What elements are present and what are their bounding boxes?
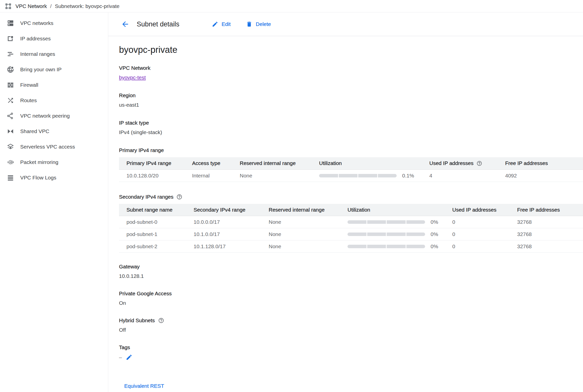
sidebar-item-label: Shared VPC — [20, 128, 49, 134]
field-vpc-network: VPC Network byovpc-test — [119, 65, 583, 80]
cell-access-type: Internal — [192, 170, 240, 182]
sidebar-item-packet-mirroring[interactable]: Packet mirroring — [0, 154, 108, 170]
utilization-bar — [348, 245, 425, 248]
sidebar-item-vpc-networks[interactable]: VPC networks — [0, 16, 108, 31]
serverless-vpc-access-icon — [7, 143, 14, 150]
equivalent-rest-button[interactable]: Equivalent REST — [124, 383, 164, 389]
table-row: pod-subnet-0 10.0.0.0/17 None 0% 0 32768 — [119, 216, 583, 228]
sidebar-item-firewall[interactable]: Firewall — [0, 77, 108, 93]
breadcrumb-app[interactable]: VPC Network — [16, 3, 47, 9]
cell-free-ip: 32768 — [517, 228, 583, 240]
sidebar-item-internal-ranges[interactable]: Internal ranges — [0, 46, 108, 62]
field-hybrid-subnets: Hybrid Subnets Off — [119, 318, 583, 333]
help-icon[interactable] — [158, 318, 164, 324]
shared-vpc-icon — [7, 128, 14, 135]
field-label: IP stack type — [119, 120, 583, 126]
field-value: Off — [119, 327, 583, 333]
col-reserved-range: Reserved internal range — [269, 204, 348, 216]
tags-empty-value: – — [119, 354, 122, 360]
vpc-network-link[interactable]: byovpc-test — [119, 74, 146, 80]
vpc-network-logo-icon — [5, 2, 12, 10]
primary-range-table: Primary IPv4 range Access type Reserved … — [119, 157, 583, 182]
subnet-name-title: byovpc-private — [119, 44, 583, 55]
edit-button[interactable]: Edit — [212, 21, 230, 28]
sidebar-item-shared-vpc[interactable]: Shared VPC — [0, 124, 108, 139]
utilization-percent: 0% — [431, 219, 438, 225]
col-subnet-range-name: Subnet range name — [119, 204, 194, 216]
cell-range-name: pod-subnet-2 — [119, 240, 194, 253]
cell-used-ip: 0 — [452, 216, 517, 228]
edit-tags-pencil-icon[interactable] — [126, 354, 132, 360]
cell-utilization: 0% — [348, 228, 452, 240]
sidebar-item-bring-your-own-ip[interactable]: Bring your own IP — [0, 62, 108, 77]
cell-range-name: pod-subnet-1 — [119, 228, 194, 240]
col-utilization: Utilization — [348, 204, 452, 216]
routes-icon — [7, 97, 14, 104]
page-header: Subnet details Edit Delete — [108, 12, 583, 36]
field-label: Hybrid Subnets — [119, 318, 155, 324]
arrow-back-icon — [121, 20, 129, 28]
cell-free-ip: 4092 — [505, 170, 583, 182]
vpc-flow-logs-icon — [7, 174, 14, 182]
col-used-ip: Used IP addresses — [452, 204, 517, 216]
field-region: Region us-east1 — [119, 92, 583, 108]
utilization-percent: 0% — [431, 231, 438, 237]
field-tags: Tags – — [119, 344, 583, 360]
help-icon[interactable] — [176, 194, 182, 200]
sidebar-item-vpc-network-peering[interactable]: VPC network peering — [0, 108, 108, 124]
trash-icon — [246, 21, 252, 28]
table-row: pod-subnet-1 10.1.0.0/17 None 0% 0 32768 — [119, 228, 583, 240]
sidebar-item-label: Serverless VPC access — [20, 144, 75, 150]
col-used-ip-label: Used IP addresses — [429, 160, 473, 166]
breadcrumb: VPC Network / Subnetwork: byovpc-private — [0, 0, 583, 12]
secondary-ranges-title-label: Secondary IPv4 ranges — [119, 194, 173, 200]
field-label: VPC Network — [119, 65, 583, 71]
bring-your-own-ip-icon — [7, 66, 14, 73]
field-value: On — [119, 300, 583, 306]
cell-reserved-range: None — [269, 240, 348, 253]
col-free-ip: Free IP addresses — [505, 157, 583, 170]
packet-mirroring-icon — [7, 158, 14, 166]
utilization-percent: 0.1% — [402, 173, 414, 179]
sidebar-item-serverless-vpc-access[interactable]: Serverless VPC access — [0, 139, 108, 154]
cell-secondary-range: 10.1.0.0/17 — [194, 228, 269, 240]
utilization-bar — [319, 174, 397, 178]
table-row: pod-subnet-2 10.1.128.0/17 None 0% 0 327… — [119, 240, 583, 253]
field-label: Tags — [119, 344, 583, 350]
cell-range-name: pod-subnet-0 — [119, 216, 194, 228]
utilization-percent: 0% — [431, 244, 438, 250]
sidebar-item-ip-addresses[interactable]: IP addresses — [0, 31, 108, 46]
sidebar-item-vpc-flow-logs[interactable]: VPC Flow Logs — [0, 170, 108, 186]
sidebar-item-label: Internal ranges — [20, 51, 55, 57]
cell-free-ip: 32768 — [517, 216, 583, 228]
sidebar-item-label: Firewall — [20, 82, 38, 88]
col-reserved-range: Reserved internal range — [240, 157, 319, 170]
field-label-row: Hybrid Subnets — [119, 318, 583, 324]
cell-used-ip: 4 — [429, 170, 505, 182]
breadcrumb-page: Subnetwork: byovpc-private — [55, 3, 120, 9]
help-icon[interactable] — [476, 160, 482, 166]
back-button[interactable] — [120, 19, 130, 29]
breadcrumb-separator: / — [50, 3, 52, 9]
col-secondary-range: Secondary IPv4 range — [194, 204, 269, 216]
cell-secondary-range: 10.1.128.0/17 — [194, 240, 269, 253]
edit-button-label: Edit — [221, 21, 230, 27]
cell-utilization: 0% — [348, 240, 452, 253]
table-header-row: Primary IPv4 range Access type Reserved … — [119, 157, 583, 170]
sidebar-item-routes[interactable]: Routes — [0, 93, 108, 108]
sidebar-item-label: Routes — [20, 98, 37, 104]
sidebar-item-label: VPC Flow Logs — [20, 175, 56, 181]
field-label: Private Google Access — [119, 290, 583, 296]
sidebar: VPC networks IP addresses Internal range… — [0, 12, 108, 392]
sidebar-item-label: Bring your own IP — [20, 66, 62, 72]
cell-reserved-range: None — [269, 228, 348, 240]
vpc-networks-icon — [7, 20, 14, 27]
cell-used-ip: 0 — [452, 228, 517, 240]
delete-button[interactable]: Delete — [246, 21, 271, 28]
cell-reserved-range: None — [269, 216, 348, 228]
main-panel: Subnet details Edit Delete byovpc-privat… — [108, 12, 583, 392]
vpc-network-peering-icon — [7, 112, 14, 120]
col-used-ip: Used IP addresses — [429, 157, 505, 170]
field-ip-stack-type: IP stack type IPv4 (single-stack) — [119, 120, 583, 135]
page-title-header: Subnet details — [137, 20, 179, 28]
